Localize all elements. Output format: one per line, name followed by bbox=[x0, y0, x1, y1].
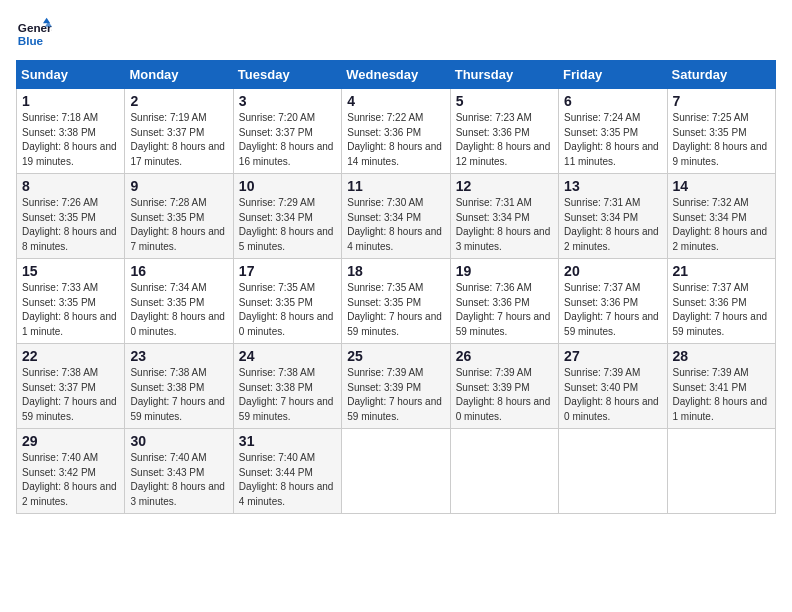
svg-text:Blue: Blue bbox=[18, 34, 44, 47]
day-detail: Sunrise: 7:40 AM Sunset: 3:44 PM Dayligh… bbox=[239, 451, 336, 509]
calendar-cell: 6 Sunrise: 7:24 AM Sunset: 3:35 PM Dayli… bbox=[559, 89, 667, 174]
day-number: 14 bbox=[673, 178, 770, 194]
day-number: 7 bbox=[673, 93, 770, 109]
calendar-cell: 14 Sunrise: 7:32 AM Sunset: 3:34 PM Dayl… bbox=[667, 174, 775, 259]
day-number: 13 bbox=[564, 178, 661, 194]
day-detail: Sunrise: 7:40 AM Sunset: 3:43 PM Dayligh… bbox=[130, 451, 227, 509]
day-of-week-header: Sunday bbox=[17, 61, 125, 89]
day-number: 3 bbox=[239, 93, 336, 109]
calendar-cell: 8 Sunrise: 7:26 AM Sunset: 3:35 PM Dayli… bbox=[17, 174, 125, 259]
day-number: 15 bbox=[22, 263, 119, 279]
calendar-cell: 1 Sunrise: 7:18 AM Sunset: 3:38 PM Dayli… bbox=[17, 89, 125, 174]
day-number: 21 bbox=[673, 263, 770, 279]
day-of-week-header: Friday bbox=[559, 61, 667, 89]
day-detail: Sunrise: 7:28 AM Sunset: 3:35 PM Dayligh… bbox=[130, 196, 227, 254]
calendar-cell: 24 Sunrise: 7:38 AM Sunset: 3:38 PM Dayl… bbox=[233, 344, 341, 429]
day-number: 10 bbox=[239, 178, 336, 194]
day-number: 8 bbox=[22, 178, 119, 194]
calendar-cell bbox=[667, 429, 775, 514]
calendar-header-row: SundayMondayTuesdayWednesdayThursdayFrid… bbox=[17, 61, 776, 89]
day-number: 20 bbox=[564, 263, 661, 279]
day-detail: Sunrise: 7:19 AM Sunset: 3:37 PM Dayligh… bbox=[130, 111, 227, 169]
day-detail: Sunrise: 7:39 AM Sunset: 3:41 PM Dayligh… bbox=[673, 366, 770, 424]
day-detail: Sunrise: 7:39 AM Sunset: 3:39 PM Dayligh… bbox=[347, 366, 444, 424]
calendar-cell: 13 Sunrise: 7:31 AM Sunset: 3:34 PM Dayl… bbox=[559, 174, 667, 259]
calendar-cell: 25 Sunrise: 7:39 AM Sunset: 3:39 PM Dayl… bbox=[342, 344, 450, 429]
day-of-week-header: Wednesday bbox=[342, 61, 450, 89]
calendar-week-row: 22 Sunrise: 7:38 AM Sunset: 3:37 PM Dayl… bbox=[17, 344, 776, 429]
day-of-week-header: Saturday bbox=[667, 61, 775, 89]
day-detail: Sunrise: 7:33 AM Sunset: 3:35 PM Dayligh… bbox=[22, 281, 119, 339]
calendar-cell: 5 Sunrise: 7:23 AM Sunset: 3:36 PM Dayli… bbox=[450, 89, 558, 174]
day-detail: Sunrise: 7:24 AM Sunset: 3:35 PM Dayligh… bbox=[564, 111, 661, 169]
day-number: 26 bbox=[456, 348, 553, 364]
calendar-cell: 30 Sunrise: 7:40 AM Sunset: 3:43 PM Dayl… bbox=[125, 429, 233, 514]
day-detail: Sunrise: 7:34 AM Sunset: 3:35 PM Dayligh… bbox=[130, 281, 227, 339]
calendar-week-row: 29 Sunrise: 7:40 AM Sunset: 3:42 PM Dayl… bbox=[17, 429, 776, 514]
calendar-cell: 2 Sunrise: 7:19 AM Sunset: 3:37 PM Dayli… bbox=[125, 89, 233, 174]
day-number: 27 bbox=[564, 348, 661, 364]
calendar-cell: 16 Sunrise: 7:34 AM Sunset: 3:35 PM Dayl… bbox=[125, 259, 233, 344]
day-detail: Sunrise: 7:32 AM Sunset: 3:34 PM Dayligh… bbox=[673, 196, 770, 254]
day-detail: Sunrise: 7:37 AM Sunset: 3:36 PM Dayligh… bbox=[673, 281, 770, 339]
calendar-week-row: 8 Sunrise: 7:26 AM Sunset: 3:35 PM Dayli… bbox=[17, 174, 776, 259]
logo: General Blue bbox=[16, 16, 52, 52]
calendar-cell: 23 Sunrise: 7:38 AM Sunset: 3:38 PM Dayl… bbox=[125, 344, 233, 429]
calendar-cell: 20 Sunrise: 7:37 AM Sunset: 3:36 PM Dayl… bbox=[559, 259, 667, 344]
calendar-cell: 22 Sunrise: 7:38 AM Sunset: 3:37 PM Dayl… bbox=[17, 344, 125, 429]
day-detail: Sunrise: 7:30 AM Sunset: 3:34 PM Dayligh… bbox=[347, 196, 444, 254]
calendar-cell: 18 Sunrise: 7:35 AM Sunset: 3:35 PM Dayl… bbox=[342, 259, 450, 344]
calendar-cell: 28 Sunrise: 7:39 AM Sunset: 3:41 PM Dayl… bbox=[667, 344, 775, 429]
day-number: 12 bbox=[456, 178, 553, 194]
day-of-week-header: Monday bbox=[125, 61, 233, 89]
calendar-table: SundayMondayTuesdayWednesdayThursdayFrid… bbox=[16, 60, 776, 514]
day-of-week-header: Tuesday bbox=[233, 61, 341, 89]
calendar-cell: 15 Sunrise: 7:33 AM Sunset: 3:35 PM Dayl… bbox=[17, 259, 125, 344]
logo-icon: General Blue bbox=[16, 16, 52, 52]
day-number: 18 bbox=[347, 263, 444, 279]
day-number: 1 bbox=[22, 93, 119, 109]
day-number: 19 bbox=[456, 263, 553, 279]
day-detail: Sunrise: 7:23 AM Sunset: 3:36 PM Dayligh… bbox=[456, 111, 553, 169]
day-detail: Sunrise: 7:20 AM Sunset: 3:37 PM Dayligh… bbox=[239, 111, 336, 169]
day-detail: Sunrise: 7:38 AM Sunset: 3:38 PM Dayligh… bbox=[130, 366, 227, 424]
day-detail: Sunrise: 7:35 AM Sunset: 3:35 PM Dayligh… bbox=[347, 281, 444, 339]
day-number: 16 bbox=[130, 263, 227, 279]
calendar-cell: 12 Sunrise: 7:31 AM Sunset: 3:34 PM Dayl… bbox=[450, 174, 558, 259]
calendar-cell: 17 Sunrise: 7:35 AM Sunset: 3:35 PM Dayl… bbox=[233, 259, 341, 344]
day-number: 24 bbox=[239, 348, 336, 364]
day-detail: Sunrise: 7:39 AM Sunset: 3:39 PM Dayligh… bbox=[456, 366, 553, 424]
calendar-cell: 7 Sunrise: 7:25 AM Sunset: 3:35 PM Dayli… bbox=[667, 89, 775, 174]
day-number: 5 bbox=[456, 93, 553, 109]
calendar-cell bbox=[559, 429, 667, 514]
calendar-cell: 31 Sunrise: 7:40 AM Sunset: 3:44 PM Dayl… bbox=[233, 429, 341, 514]
calendar-cell: 27 Sunrise: 7:39 AM Sunset: 3:40 PM Dayl… bbox=[559, 344, 667, 429]
day-number: 22 bbox=[22, 348, 119, 364]
day-detail: Sunrise: 7:26 AM Sunset: 3:35 PM Dayligh… bbox=[22, 196, 119, 254]
day-number: 23 bbox=[130, 348, 227, 364]
day-number: 9 bbox=[130, 178, 227, 194]
day-number: 31 bbox=[239, 433, 336, 449]
day-number: 11 bbox=[347, 178, 444, 194]
day-number: 25 bbox=[347, 348, 444, 364]
calendar-cell bbox=[450, 429, 558, 514]
day-number: 4 bbox=[347, 93, 444, 109]
day-detail: Sunrise: 7:39 AM Sunset: 3:40 PM Dayligh… bbox=[564, 366, 661, 424]
day-of-week-header: Thursday bbox=[450, 61, 558, 89]
calendar-week-row: 1 Sunrise: 7:18 AM Sunset: 3:38 PM Dayli… bbox=[17, 89, 776, 174]
page-header: General Blue bbox=[16, 16, 776, 52]
day-detail: Sunrise: 7:36 AM Sunset: 3:36 PM Dayligh… bbox=[456, 281, 553, 339]
day-number: 6 bbox=[564, 93, 661, 109]
day-detail: Sunrise: 7:18 AM Sunset: 3:38 PM Dayligh… bbox=[22, 111, 119, 169]
day-detail: Sunrise: 7:22 AM Sunset: 3:36 PM Dayligh… bbox=[347, 111, 444, 169]
calendar-cell: 21 Sunrise: 7:37 AM Sunset: 3:36 PM Dayl… bbox=[667, 259, 775, 344]
day-detail: Sunrise: 7:35 AM Sunset: 3:35 PM Dayligh… bbox=[239, 281, 336, 339]
calendar-cell: 4 Sunrise: 7:22 AM Sunset: 3:36 PM Dayli… bbox=[342, 89, 450, 174]
day-number: 28 bbox=[673, 348, 770, 364]
day-detail: Sunrise: 7:25 AM Sunset: 3:35 PM Dayligh… bbox=[673, 111, 770, 169]
calendar-cell bbox=[342, 429, 450, 514]
day-number: 29 bbox=[22, 433, 119, 449]
day-detail: Sunrise: 7:37 AM Sunset: 3:36 PM Dayligh… bbox=[564, 281, 661, 339]
calendar-cell: 9 Sunrise: 7:28 AM Sunset: 3:35 PM Dayli… bbox=[125, 174, 233, 259]
day-number: 2 bbox=[130, 93, 227, 109]
